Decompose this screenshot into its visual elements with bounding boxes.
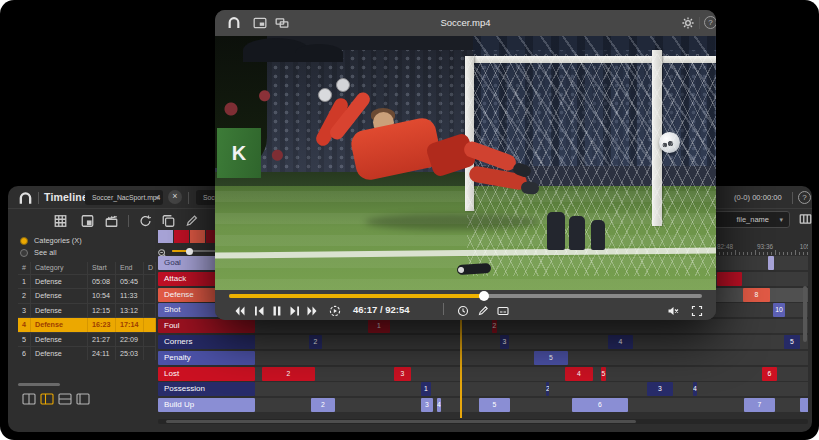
- event-block[interactable]: 2: [262, 367, 315, 381]
- track-lane-possession[interactable]: 1234: [255, 382, 808, 396]
- skip-forward-button[interactable]: [307, 303, 319, 315]
- tab-close-button[interactable]: ×: [168, 190, 182, 204]
- event-block[interactable]: 6: [762, 367, 777, 381]
- ruler-tick: [787, 252, 788, 255]
- event-block[interactable]: 3: [394, 367, 411, 381]
- event-block[interactable]: 4: [693, 382, 697, 396]
- event-block[interactable]: 2: [311, 398, 335, 412]
- track-label-build-up[interactable]: Build Up: [158, 398, 255, 412]
- event-block[interactable]: [768, 256, 774, 270]
- event-block[interactable]: 4: [437, 398, 441, 412]
- ruler-tick: [735, 250, 736, 255]
- frame-back-button[interactable]: [253, 303, 265, 315]
- divider: [699, 17, 700, 29]
- ruler-tick: [803, 252, 804, 255]
- draw-pencil-icon[interactable]: [477, 303, 489, 315]
- event-block[interactable]: 7: [744, 398, 775, 412]
- pause-button[interactable]: [271, 303, 283, 315]
- ruler-tick: [723, 252, 724, 255]
- event-block[interactable]: 5: [534, 351, 568, 365]
- ruler-tick: [779, 252, 780, 255]
- color-palette: [158, 230, 221, 243]
- ruler-label: 82:48: [717, 243, 733, 250]
- select-register-icon[interactable]: [80, 214, 95, 228]
- seek-bar[interactable]: [229, 294, 702, 298]
- matrix-grid-icon[interactable]: [53, 214, 68, 228]
- ad-board: K: [217, 128, 261, 178]
- event-block[interactable]: [800, 398, 808, 412]
- ruler-tick: [739, 252, 740, 255]
- event-block[interactable]: 5: [479, 398, 510, 412]
- tab-video-1[interactable]: Soccer_NacSport.mp4▾: [85, 190, 163, 205]
- event-block[interactable]: 2: [309, 335, 322, 349]
- ruler-tick: [719, 252, 720, 255]
- tracks-horizontal-scrollbar[interactable]: [158, 419, 808, 424]
- fullscreen-icon[interactable]: [691, 303, 703, 315]
- skip-back-button[interactable]: [233, 303, 245, 315]
- event-block[interactable]: 3: [647, 382, 673, 396]
- event-block[interactable]: 8: [743, 288, 770, 302]
- track-lane-penalty[interactable]: 5: [255, 351, 808, 365]
- player-controls: 46:17 / 92:54: [215, 290, 716, 320]
- event-block[interactable]: 3: [500, 335, 509, 349]
- event-block[interactable]: 5: [784, 335, 800, 349]
- event-block[interactable]: 6: [572, 398, 628, 412]
- palette-swatch[interactable]: [158, 230, 173, 243]
- ruler-tick: [763, 252, 764, 255]
- playback-speed-icon[interactable]: [329, 303, 341, 315]
- tracks-vertical-scrollbar[interactable]: [803, 286, 807, 342]
- track-lane-corners[interactable]: 2345: [255, 335, 808, 349]
- event-block[interactable]: [717, 272, 742, 286]
- zoom-out-magnifier-icon[interactable]: [157, 245, 168, 256]
- event-block[interactable]: 2: [546, 382, 549, 396]
- track-lane-lost[interactable]: 23456: [255, 367, 808, 381]
- event-block[interactable]: 1: [421, 382, 431, 396]
- track-label-possession[interactable]: Possession: [158, 382, 255, 396]
- help-icon[interactable]: ?: [798, 191, 811, 204]
- sync-arrows-icon[interactable]: [138, 214, 153, 228]
- app-desktop: Timeline Soccer_NacSport.mp4▾ × Soccer_A…: [0, 0, 819, 440]
- ruler-tick: [791, 252, 792, 255]
- slider-knob[interactable]: [186, 248, 193, 255]
- divider: [38, 192, 39, 204]
- event-block[interactable]: 4: [608, 335, 633, 349]
- frame-forward-button[interactable]: [289, 303, 301, 315]
- columns-icon[interactable]: [798, 212, 812, 226]
- track-label-penalty[interactable]: Penalty: [158, 351, 255, 365]
- panel-title: Timeline: [44, 191, 88, 203]
- clock-icon[interactable]: [457, 303, 469, 315]
- ruler-label: 93:36: [757, 243, 773, 250]
- categories-radio[interactable]: [20, 237, 28, 245]
- track-label-foul[interactable]: Foul: [158, 319, 255, 333]
- track-lane-foul[interactable]: 12: [255, 319, 808, 333]
- palette-swatch[interactable]: [174, 230, 189, 243]
- player-help-icon[interactable]: ?: [704, 16, 716, 29]
- time-display: 46:17 / 92:54: [353, 304, 410, 315]
- clapperboard-icon[interactable]: [104, 214, 119, 228]
- chevron-down-icon: ▾: [779, 212, 783, 227]
- event-block[interactable]: 3: [421, 398, 433, 412]
- seek-bar-knob[interactable]: [479, 291, 489, 301]
- event-block[interactable]: 5: [601, 367, 606, 381]
- subtitles-icon[interactable]: [497, 303, 509, 315]
- dropdown-value: file_name: [736, 212, 769, 227]
- event-block[interactable]: 1: [368, 319, 390, 333]
- mute-icon[interactable]: [667, 303, 679, 315]
- scrollbar-thumb[interactable]: [166, 420, 636, 423]
- chevron-down-icon: ▾: [155, 190, 159, 205]
- palette-swatch[interactable]: [190, 230, 205, 243]
- ruler-tick: [783, 252, 784, 255]
- video-frame[interactable]: K: [215, 36, 716, 290]
- categories-radio-label: Categories (X): [34, 236, 82, 245]
- copy-icon[interactable]: [161, 214, 176, 228]
- track-label-corners[interactable]: Corners: [158, 335, 255, 349]
- gear-icon[interactable]: [681, 16, 695, 30]
- edit-pencil-icon[interactable]: [184, 214, 199, 228]
- event-block[interactable]: 4: [565, 367, 593, 381]
- event-block[interactable]: 2: [492, 319, 497, 333]
- track-lane-build-up[interactable]: 234567: [255, 398, 808, 412]
- video-player-window: Soccer.mp4 ? K: [215, 10, 716, 320]
- event-block[interactable]: 10: [773, 303, 785, 317]
- track-label-lost[interactable]: Lost: [158, 367, 255, 381]
- ruler-tick: [751, 252, 752, 255]
